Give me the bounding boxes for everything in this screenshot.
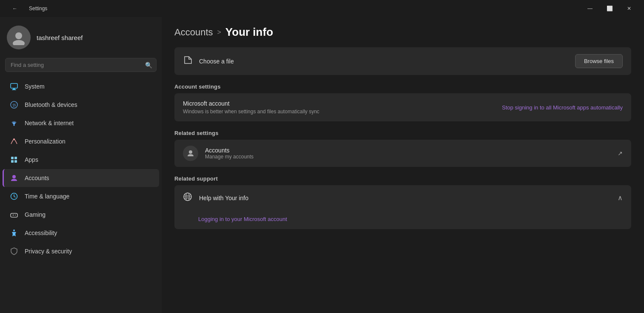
related-accounts-desc: Manage my accounts	[205, 154, 254, 160]
svg-rect-3	[13, 89, 15, 89]
related-settings-heading: Related settings	[174, 130, 631, 136]
external-link-icon: ↗	[618, 150, 623, 157]
svg-point-16	[15, 215, 16, 215]
choose-file-card: Choose a file Browse files	[174, 47, 631, 75]
sidebar-item-network[interactable]: Network & internet	[3, 114, 159, 132]
related-accounts-title: Accounts	[205, 147, 254, 154]
svg-point-0	[15, 32, 22, 39]
sidebar-nav: System 𝔅 Bluetooth & devices	[0, 77, 162, 261]
sidebar-item-system[interactable]: System	[3, 78, 159, 95]
breadcrumb-chevron: >	[217, 29, 221, 36]
svg-point-1	[13, 40, 25, 45]
back-button[interactable]: ←	[5, 2, 25, 15]
personalization-icon	[9, 137, 19, 146]
privacy-icon	[9, 247, 19, 256]
related-settings-card: Accounts Manage my accounts ↗	[174, 140, 631, 167]
svg-rect-2	[11, 83, 17, 88]
sidebar-item-label-accessibility: Accessibility	[25, 230, 57, 236]
svg-point-18	[189, 150, 192, 154]
sidebar-item-bluetooth[interactable]: 𝔅 Bluetooth & devices	[3, 96, 159, 114]
accessibility-icon	[9, 228, 19, 238]
ms-account-desc: Windows is better when settings and file…	[183, 109, 319, 115]
svg-point-7	[14, 125, 15, 126]
svg-point-17	[13, 230, 15, 231]
sidebar-item-apps[interactable]: Apps	[3, 151, 159, 169]
sidebar-item-label-personalization: Personalization	[25, 138, 66, 145]
svg-rect-15	[11, 213, 17, 217]
window-controls: — ⬜ ✕	[580, 2, 639, 15]
chevron-up-icon: ∧	[618, 194, 623, 202]
titlebar-left: ← Settings	[5, 2, 47, 15]
apps-icon	[9, 155, 19, 164]
sidebar-item-label-system: System	[25, 83, 45, 90]
user-name: tashreef shareef	[37, 34, 83, 41]
sidebar-item-label-bluetooth: Bluetooth & devices	[25, 101, 77, 108]
gaming-icon	[9, 210, 19, 219]
search-input[interactable]	[5, 58, 157, 72]
svg-rect-10	[14, 157, 17, 159]
breadcrumb-parent[interactable]: Accounts	[174, 27, 213, 38]
search-icon: 🔍	[145, 62, 152, 69]
sidebar-item-accessibility[interactable]: Accessibility	[3, 224, 159, 242]
breadcrumb: Accounts > Your info	[174, 26, 631, 39]
related-accounts-avatar	[183, 146, 198, 161]
sidebar-item-gaming[interactable]: Gaming	[3, 206, 159, 224]
sidebar-item-label-time: Time & language	[25, 193, 69, 200]
choose-file-row: Choose a file Browse files	[174, 47, 631, 75]
main-layout: tashreef shareef 🔍 System	[0, 17, 644, 313]
sidebar-item-label-network: Network & internet	[25, 120, 74, 126]
related-accounts-text: Accounts Manage my accounts	[205, 147, 254, 160]
ms-account-title: Microsoft account	[183, 100, 319, 107]
account-settings-heading: Account settings	[174, 83, 631, 90]
svg-rect-4	[12, 89, 16, 90]
help-title: Help with Your info	[199, 195, 611, 201]
accounts-icon	[9, 173, 19, 183]
sidebar-item-privacy[interactable]: Privacy & security	[3, 242, 159, 260]
related-support-heading: Related support	[174, 175, 631, 182]
support-link-container: Logging in to your Microsoft account	[174, 210, 631, 229]
maximize-button[interactable]: ⬜	[600, 2, 619, 15]
content-area: Accounts > Your info Choose a file Brows…	[162, 17, 644, 313]
sidebar-item-time[interactable]: Time & language	[3, 187, 159, 205]
breadcrumb-current: Your info	[225, 26, 273, 39]
avatar	[7, 26, 31, 49]
system-icon	[9, 82, 19, 91]
choose-file-left: Choose a file	[183, 55, 234, 67]
sidebar-item-label-gaming: Gaming	[25, 211, 46, 218]
network-icon	[9, 118, 19, 128]
svg-text:𝔅: 𝔅	[12, 103, 16, 108]
sidebar-item-accounts[interactable]: Accounts	[3, 169, 159, 187]
svg-point-13	[12, 175, 16, 178]
ms-stop-signing-link[interactable]: Stop signing in to all Microsoft apps au…	[502, 104, 623, 111]
related-support-card: Help with Your info ∧ Logging in to your…	[174, 185, 631, 229]
svg-rect-11	[11, 160, 14, 163]
sidebar-item-label-privacy: Privacy & security	[25, 248, 72, 255]
time-icon	[9, 192, 19, 201]
sidebar-item-personalization[interactable]: Personalization	[3, 132, 159, 150]
svg-rect-9	[11, 157, 14, 159]
minimize-button[interactable]: —	[580, 2, 600, 15]
bluetooth-icon: 𝔅	[9, 100, 19, 109]
ms-account-card: Microsoft account Windows is better when…	[174, 93, 631, 121]
help-row[interactable]: Help with Your info ∧	[174, 185, 631, 210]
sidebar-item-label-accounts: Accounts	[25, 175, 49, 181]
user-profile: tashreef shareef	[0, 17, 162, 56]
titlebar: ← Settings — ⬜ ✕	[0, 0, 644, 17]
browse-files-button[interactable]: Browse files	[575, 54, 623, 68]
app-title: Settings	[29, 6, 47, 11]
svg-rect-12	[14, 160, 17, 163]
svg-point-8	[13, 138, 15, 140]
file-icon	[183, 55, 193, 67]
sidebar-item-label-apps: Apps	[25, 156, 38, 163]
sidebar: tashreef shareef 🔍 System	[0, 17, 162, 313]
help-globe-icon	[183, 192, 192, 204]
close-button[interactable]: ✕	[619, 2, 639, 15]
related-accounts-row[interactable]: Accounts Manage my accounts ↗	[174, 140, 631, 167]
search-box: 🔍	[5, 58, 157, 72]
ms-account-info: Microsoft account Windows is better when…	[183, 100, 319, 115]
choose-file-label: Choose a file	[199, 58, 234, 65]
ms-account-row: Microsoft account Windows is better when…	[174, 93, 631, 121]
ms-login-link[interactable]: Logging in to your Microsoft account	[198, 216, 287, 222]
